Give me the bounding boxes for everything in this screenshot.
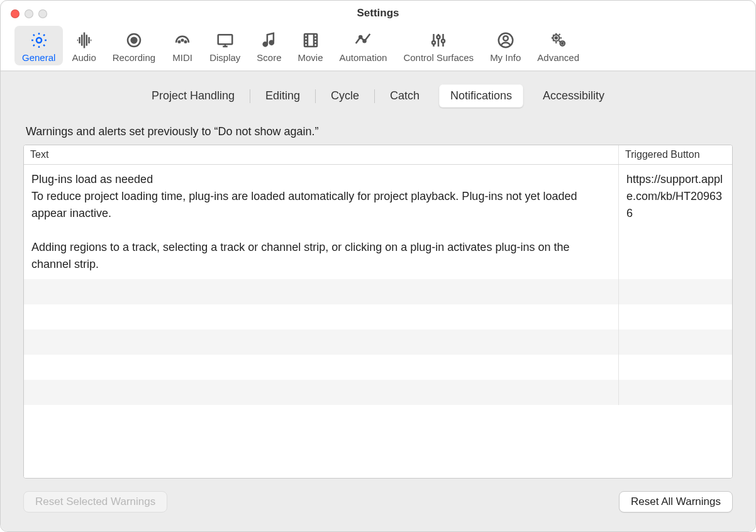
cell-triggered: https://support.apple.com/kb/HT209636 bbox=[619, 165, 732, 279]
table-row[interactable] bbox=[24, 304, 732, 330]
toolbar-item-movie[interactable]: Movie bbox=[291, 26, 331, 65]
table-row[interactable]: Plug-ins load as needed To reduce projec… bbox=[24, 165, 732, 279]
table-row[interactable] bbox=[24, 355, 732, 380]
tab-catch[interactable]: Catch bbox=[379, 84, 431, 108]
toolbar-item-general[interactable]: General bbox=[14, 26, 63, 65]
cell-triggered bbox=[619, 304, 732, 330]
svg-point-10 bbox=[360, 36, 362, 38]
toolbar-item-label: Automation bbox=[340, 52, 387, 63]
toolbar-item-advanced[interactable]: Advanced bbox=[530, 26, 587, 65]
reset-selected-button[interactable]: Reset Selected Warnings bbox=[23, 491, 167, 513]
midi-icon bbox=[172, 30, 193, 51]
tab-accessibility[interactable]: Accessibility bbox=[531, 84, 616, 108]
svg-point-13 bbox=[437, 36, 440, 39]
table-header: Text Triggered Button bbox=[24, 145, 732, 165]
tab-cycle[interactable]: Cycle bbox=[320, 84, 370, 108]
toolbar-item-display[interactable]: Display bbox=[202, 26, 248, 65]
zoom-icon[interactable] bbox=[38, 9, 47, 18]
table-row[interactable] bbox=[24, 380, 732, 405]
table-body[interactable]: Plug-ins load as needed To reduce projec… bbox=[24, 165, 732, 478]
settings-window: Settings General Audio bbox=[0, 0, 756, 532]
svg-point-3 bbox=[179, 41, 181, 43]
warnings-table: Text Triggered Button Plug-ins load as n… bbox=[23, 145, 733, 479]
svg-point-16 bbox=[503, 36, 508, 41]
content-pane: Project Handling Editing Cycle Catch Not… bbox=[1, 71, 755, 531]
toolbar-item-label: Score bbox=[257, 52, 281, 63]
reset-all-button[interactable]: Reset All Warnings bbox=[619, 491, 733, 513]
divider bbox=[250, 89, 250, 103]
cell-triggered bbox=[619, 330, 732, 355]
svg-point-5 bbox=[185, 41, 187, 43]
svg-point-20 bbox=[562, 43, 564, 45]
table-row[interactable] bbox=[24, 330, 732, 355]
display-icon bbox=[214, 30, 236, 51]
automation-icon bbox=[352, 30, 374, 51]
toolbar-item-recording[interactable]: Recording bbox=[105, 26, 163, 65]
toolbar-item-label: Audio bbox=[72, 52, 96, 63]
toolbar-item-label: Recording bbox=[113, 52, 155, 63]
svg-point-8 bbox=[270, 41, 274, 45]
waveform-icon bbox=[74, 30, 95, 51]
gears-icon bbox=[548, 30, 569, 51]
person-icon bbox=[495, 30, 516, 51]
toolbar-item-label: My Info bbox=[490, 52, 521, 63]
svg-point-4 bbox=[182, 40, 184, 42]
cell-text: Plug-ins load as needed To reduce projec… bbox=[24, 165, 619, 279]
toolbar-item-score[interactable]: Score bbox=[249, 26, 289, 65]
sliders-icon bbox=[428, 30, 449, 51]
tab-editing[interactable]: Editing bbox=[254, 84, 311, 108]
svg-point-12 bbox=[432, 41, 435, 44]
cell-text bbox=[24, 380, 619, 405]
tab-notifications[interactable]: Notifications bbox=[439, 84, 523, 108]
window-title: Settings bbox=[9, 7, 747, 19]
window-controls bbox=[11, 9, 47, 18]
toolbar-item-audio[interactable]: Audio bbox=[64, 26, 103, 65]
toolbar-item-label: Advanced bbox=[537, 52, 579, 63]
table-row[interactable] bbox=[24, 279, 732, 304]
divider bbox=[374, 89, 375, 103]
cell-text bbox=[24, 355, 619, 380]
film-icon bbox=[300, 30, 321, 51]
svg-point-14 bbox=[442, 40, 445, 43]
tab-project-handling[interactable]: Project Handling bbox=[140, 84, 246, 108]
svg-point-0 bbox=[36, 38, 42, 43]
toolbar-item-label: MIDI bbox=[172, 52, 192, 63]
toolbar: General Audio Recording bbox=[1, 26, 755, 71]
cell-triggered bbox=[619, 380, 732, 405]
toolbar-item-myinfo[interactable]: My Info bbox=[482, 26, 528, 65]
footer: Reset Selected Warnings Reset All Warnin… bbox=[23, 491, 733, 513]
titlebar: Settings bbox=[1, 1, 755, 26]
gear-icon bbox=[28, 30, 50, 51]
cell-text bbox=[24, 304, 619, 330]
record-icon bbox=[123, 30, 145, 51]
svg-point-18 bbox=[555, 37, 557, 39]
svg-rect-6 bbox=[218, 35, 232, 44]
toolbar-item-label: General bbox=[22, 52, 55, 63]
column-header-triggered[interactable]: Triggered Button bbox=[619, 145, 732, 164]
cell-text bbox=[24, 330, 619, 355]
toolbar-item-surfaces[interactable]: Control Surfaces bbox=[396, 26, 481, 65]
toolbar-item-label: Control Surfaces bbox=[403, 52, 474, 63]
cell-triggered bbox=[619, 355, 732, 380]
close-icon[interactable] bbox=[11, 9, 19, 18]
toolbar-item-automation[interactable]: Automation bbox=[332, 26, 395, 65]
svg-point-11 bbox=[364, 40, 366, 42]
divider bbox=[315, 89, 316, 103]
cell-triggered bbox=[619, 279, 732, 304]
score-icon bbox=[258, 30, 280, 51]
cell-text bbox=[24, 279, 619, 304]
minimize-icon[interactable] bbox=[25, 9, 33, 18]
toolbar-item-label: Display bbox=[209, 52, 240, 63]
toolbar-item-label: Movie bbox=[298, 52, 323, 63]
column-header-text[interactable]: Text bbox=[24, 145, 619, 164]
description-text: Warnings and alerts set previously to “D… bbox=[26, 125, 730, 138]
tab-bar: Project Handling Editing Cycle Catch Not… bbox=[19, 84, 737, 108]
svg-point-2 bbox=[131, 38, 137, 43]
toolbar-item-midi[interactable]: MIDI bbox=[164, 26, 201, 65]
